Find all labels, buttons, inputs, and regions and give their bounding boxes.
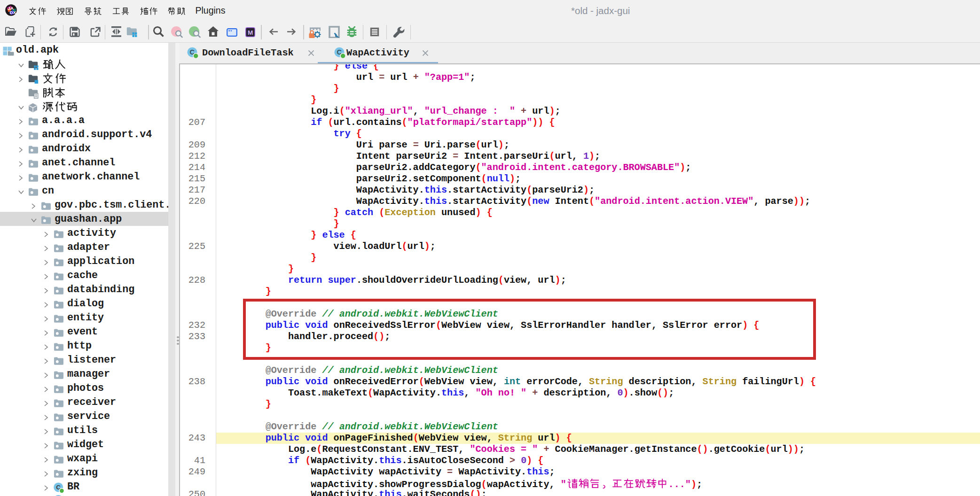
svg-text:M: M [248,29,253,36]
svg-text:DX: DX [10,10,16,15]
